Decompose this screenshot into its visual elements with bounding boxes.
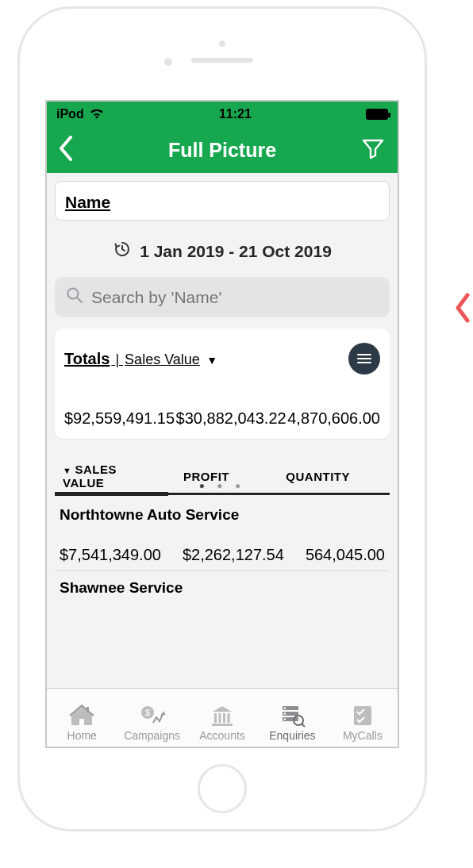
tab-label: Home: [47, 729, 117, 742]
card-menu-button[interactable]: [348, 343, 380, 374]
totals-quantity: 4,870,606.00: [287, 409, 380, 428]
svg-rect-9: [219, 713, 221, 723]
phone-speaker: [191, 58, 253, 63]
tab-label: MyCalls: [328, 729, 398, 742]
totals-profit: $30,882,043.22: [176, 409, 286, 428]
row-name: Northtowne Auto Service: [60, 506, 385, 524]
results-list[interactable]: Northtowne Auto Service $7,541,349.00 $2…: [55, 498, 390, 625]
svg-point-16: [284, 707, 286, 709]
date-range-row[interactable]: 1 Jan 2019 - 21 Oct 2019: [55, 240, 390, 263]
name-filter-field[interactable]: Name: [55, 181, 390, 221]
divider: |: [111, 351, 123, 367]
wifi-icon: [89, 106, 105, 123]
col-sales-value[interactable]: ▼SALES VALUE: [63, 463, 159, 490]
battery-icon: [366, 109, 388, 120]
tab-mycalls[interactable]: MyCalls: [328, 704, 398, 742]
row-profit: $2,262,127.54: [183, 546, 284, 564]
tab-bar: Home $ Campaigns Accounts Enquiries MyCa…: [47, 688, 398, 747]
external-chevron-icon: [454, 292, 471, 327]
status-time: 11:21: [219, 107, 252, 121]
phone-frame: iPod 11:21 Full Picture Name: [17, 6, 427, 832]
tab-label: Accounts: [187, 729, 257, 742]
history-icon: [113, 240, 132, 263]
tab-campaigns[interactable]: $ Campaigns: [117, 704, 187, 742]
home-button[interactable]: [198, 764, 247, 813]
status-bar: iPod 11:21: [47, 102, 398, 127]
nav-bar: Full Picture: [47, 127, 398, 173]
svg-rect-12: [212, 724, 233, 726]
search-input[interactable]: [55, 277, 390, 317]
phone-camera-dot: [219, 40, 225, 47]
back-button[interactable]: [58, 136, 74, 164]
svg-point-17: [284, 712, 286, 714]
name-field-label: Name: [65, 193, 110, 211]
list-item[interactable]: Shawnee Service: [55, 570, 390, 625]
caret-down-icon: ▼: [206, 354, 217, 367]
svg-text:$: $: [145, 708, 150, 717]
sort-caret-icon: ▼: [63, 466, 71, 475]
row-name: Shawnee Service: [60, 579, 385, 597]
phone-sensor-dot: [164, 58, 172, 66]
totals-sales-value: $92,559,491.15: [64, 409, 175, 428]
search-icon: [66, 286, 83, 308]
tab-accounts[interactable]: Accounts: [187, 704, 257, 742]
page-title: Full Picture: [168, 139, 276, 162]
svg-rect-10: [223, 713, 225, 723]
tab-label: Enquiries: [257, 729, 327, 742]
svg-line-1: [77, 298, 82, 302]
totals-sort-by: Sales Value: [125, 351, 200, 367]
tab-label: Campaigns: [117, 729, 187, 742]
date-range-text: 1 Jan 2019 - 21 Oct 2019: [140, 242, 332, 261]
svg-rect-11: [228, 713, 230, 723]
row-quantity: 564,045.00: [306, 546, 385, 564]
app-screen: iPod 11:21 Full Picture Name: [45, 100, 399, 748]
tab-enquiries[interactable]: Enquiries: [257, 704, 327, 742]
col-quantity[interactable]: QUANTITY: [254, 470, 382, 483]
search-textbox[interactable]: [91, 288, 379, 307]
content-area: Name 1 Jan 2019 - 21 Oct 2019 Totals | S…: [47, 173, 398, 633]
device-label: iPod: [56, 107, 84, 121]
svg-rect-21: [354, 706, 371, 725]
filter-button[interactable]: [361, 136, 385, 163]
totals-sort-selector[interactable]: Totals | Sales Value ▼: [64, 350, 217, 368]
row-sales-value: $7,541,349.00: [60, 546, 161, 564]
svg-line-20: [302, 724, 305, 727]
tab-home[interactable]: Home: [47, 704, 117, 742]
svg-rect-8: [214, 713, 217, 723]
columns-underline: [55, 493, 390, 495]
totals-card: Totals | Sales Value ▼ $92,559,491.15 $3…: [55, 328, 390, 439]
list-item[interactable]: Northtowne Auto Service $7,541,349.00 $2…: [55, 498, 390, 570]
totals-label: Totals: [64, 350, 110, 367]
svg-point-18: [284, 718, 286, 720]
svg-rect-5: [87, 707, 89, 712]
